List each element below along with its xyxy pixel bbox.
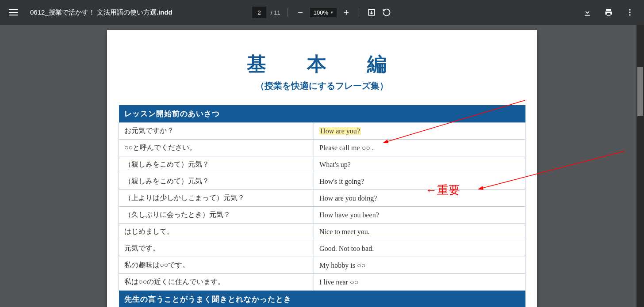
table-row: ○○と呼んでください。Please call me ○○ . — [119, 140, 525, 156]
more-options-button[interactable] — [625, 7, 635, 18]
page-total-label: / 11 — [271, 9, 280, 16]
phrase-jp: （親しみをこめて）元気？ — [119, 173, 314, 190]
page-number-input[interactable] — [252, 7, 266, 18]
phrase-jp: （久しぶりに会ったとき）元気？ — [119, 207, 314, 224]
phrase-jp: 元気です。 — [119, 240, 314, 257]
table-row: 私は○○の近くに住んでいます。I live near ○○ — [119, 274, 525, 291]
phrase-en: Nice to meet you. — [314, 224, 525, 240]
page-subtitle: （授業を快適にするフレーズ集） — [119, 80, 525, 92]
svg-point-7 — [629, 14, 630, 15]
pdf-viewport[interactable]: 基 本 編 （授業を快適にするフレーズ集） レッスン開始前のあいさつ お元気です… — [0, 25, 644, 307]
zoom-out-button[interactable] — [295, 7, 306, 18]
phrase-en: I live near ○○ — [314, 274, 525, 291]
phrase-en: How have you been? — [314, 207, 525, 224]
highlighted-text: How are you? — [319, 127, 361, 135]
phrase-jp: はじめまして。 — [119, 224, 314, 240]
table-row: （親しみをこめて）元気？How's it going? — [119, 173, 525, 190]
table-row: お元気ですか？How are you? — [119, 123, 525, 140]
phrase-jp: 私の趣味は○○です。 — [119, 257, 314, 274]
scrollbar-thumb[interactable] — [637, 67, 643, 116]
phrase-jp: （上よりは少しかしこまって）元気？ — [119, 190, 314, 207]
phrase-en: How are you doing? — [314, 190, 525, 207]
table-row: （上よりは少しかしこまって）元気？How are you doing? — [119, 190, 525, 207]
scrollbar-track[interactable] — [636, 25, 644, 307]
document-filename: 0612_授業で活かす！ 文法用語の使い方選.indd — [30, 8, 172, 17]
pdf-page: 基 本 編 （授業を快適にするフレーズ集） レッスン開始前のあいさつ お元気です… — [107, 30, 537, 307]
svg-point-5 — [629, 9, 630, 11]
table-row: 私の趣味は○○です。My hobby is ○○ — [119, 257, 525, 274]
phrase-jp: 私は○○の近くに住んでいます。 — [119, 274, 314, 291]
download-button[interactable] — [582, 7, 593, 18]
phrase-jp: お元気ですか？ — [119, 123, 314, 140]
phrase-en: What's up? — [314, 156, 525, 173]
fit-to-page-button[interactable] — [366, 7, 377, 18]
section-header: レッスン開始前のあいさつ — [119, 105, 525, 123]
phrase-en: How are you? — [314, 123, 525, 140]
pdf-toolbar: 0612_授業で活かす！ 文法用語の使い方選.indd / 11 100% — [0, 0, 644, 25]
rotate-button[interactable] — [381, 7, 392, 18]
table-row: （親しみをこめて）元気？What's up? — [119, 156, 525, 173]
phrase-jp: （親しみをこめて）元気？ — [119, 156, 314, 173]
divider — [288, 8, 288, 17]
zoom-in-button[interactable] — [341, 7, 352, 18]
page-title: 基 本 編 — [119, 51, 525, 77]
phrase-table: レッスン開始前のあいさつ お元気ですか？How are you?○○と呼んでくだ… — [119, 105, 525, 307]
phrase-jp: ○○と呼んでください。 — [119, 140, 314, 156]
menu-icon[interactable] — [9, 7, 19, 18]
section-header: 先生の言うことがうまく聞きとれなかったとき — [119, 291, 525, 307]
phrase-en: Good. Not too bad. — [314, 240, 525, 257]
phrase-en: My hobby is ○○ — [314, 257, 525, 274]
svg-point-6 — [629, 11, 630, 13]
table-row: はじめまして。Nice to meet you. — [119, 224, 525, 240]
table-row: 元気です。Good. Not too bad. — [119, 240, 525, 257]
zoom-level-select[interactable]: 100% — [310, 8, 337, 17]
phrase-en: Please call me ○○ . — [314, 140, 525, 156]
divider — [359, 8, 359, 17]
phrase-en: How's it going? — [314, 173, 525, 190]
print-button[interactable] — [603, 7, 614, 18]
table-row: （久しぶりに会ったとき）元気？How have you been? — [119, 207, 525, 224]
